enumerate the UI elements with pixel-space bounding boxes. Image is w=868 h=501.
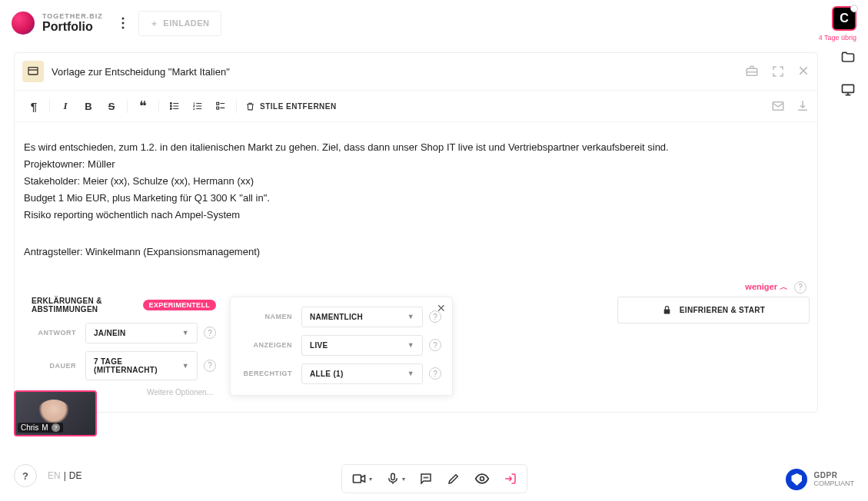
duration-label: DAUER — [32, 362, 85, 370]
more-menu-button[interactable] — [112, 9, 134, 37]
svg-point-7 — [170, 105, 171, 107]
document-content[interactable]: Es wird entschieden, zum 1.2. in den ita… — [15, 122, 817, 277]
chevron-down-icon: ▼ — [182, 329, 189, 337]
close-icon[interactable]: ✕ — [437, 302, 446, 314]
svg-point-0 — [121, 18, 124, 20]
chevron-up-icon: ︿ — [780, 282, 788, 291]
bullet-list-tool[interactable] — [163, 97, 186, 115]
chevron-down-icon: ▼ — [407, 370, 414, 377]
answer-select[interactable]: JA/NEIN ▼ — [85, 323, 198, 343]
duration-select[interactable]: 7 TAGE (MITTERNACHT) ▼ — [85, 351, 198, 380]
monitor-icon[interactable] — [840, 82, 856, 98]
svg-rect-10 — [217, 107, 219, 109]
leave-button[interactable] — [504, 472, 517, 486]
show-value: LIVE — [310, 341, 328, 350]
visibility-button[interactable] — [474, 471, 490, 486]
chat-button[interactable] — [419, 472, 433, 486]
svg-rect-4 — [28, 68, 38, 75]
content-line: Projektowner: Müller — [24, 156, 810, 173]
folder-icon[interactable] — [840, 50, 856, 65]
eligible-label: BERECHTIGT — [241, 370, 301, 377]
freeze-label: EINFRIEREN & START — [680, 306, 765, 314]
section-title: Portfolio — [42, 20, 103, 34]
help-icon[interactable]: ? — [429, 339, 441, 351]
briefcase-icon[interactable] — [745, 65, 759, 78]
trash-icon — [245, 101, 255, 111]
answer-label: ANTWORT — [32, 329, 85, 337]
svg-rect-9 — [217, 102, 219, 105]
content-line: Antragsteller: Winkelmann (Expansionsman… — [24, 244, 810, 260]
bold-tool[interactable]: B — [77, 97, 100, 115]
ordered-list-tool[interactable] — [186, 97, 209, 115]
help-icon[interactable]: ? — [429, 367, 441, 380]
chevron-down-icon: ▾ — [369, 476, 372, 483]
strikethrough-tool[interactable]: S — [100, 97, 123, 115]
info-icon: ? — [52, 423, 60, 432]
plus-icon: ＋ — [150, 18, 159, 29]
lang-de[interactable]: DE — [69, 470, 82, 481]
download-icon[interactable] — [796, 99, 810, 113]
svg-rect-12 — [353, 475, 361, 483]
svg-point-16 — [427, 477, 427, 478]
checklist-tool[interactable] — [209, 97, 232, 115]
help-icon[interactable]: ? — [204, 360, 216, 372]
svg-point-14 — [424, 477, 424, 478]
show-label: ANZEIGEN — [241, 341, 301, 349]
content-line: Es wird entschieden, zum 1.2. in den ita… — [24, 139, 810, 156]
help-icon[interactable]: ? — [794, 281, 806, 294]
close-icon[interactable] — [797, 65, 810, 78]
avatar-letter: C — [840, 12, 849, 25]
chevron-down-icon: ▼ — [182, 362, 189, 370]
remove-styles-button[interactable]: STILE ENTFERNEN — [241, 101, 341, 111]
user-avatar[interactable]: C ? — [832, 6, 856, 31]
gdpr-title: GDPR — [813, 471, 837, 479]
help-icon[interactable]: ? — [204, 327, 216, 339]
paragraph-tool[interactable]: ¶ — [22, 97, 45, 115]
edit-button[interactable] — [447, 472, 461, 486]
invite-label: EINLADEN — [163, 18, 209, 28]
invite-button[interactable]: ＋ EINLADEN — [138, 11, 221, 36]
answer-value: JA/NEIN — [94, 329, 126, 337]
app-logo — [12, 12, 35, 35]
quote-tool[interactable]: ❝ — [131, 97, 155, 115]
participant-name: Chris — [21, 423, 38, 432]
content-line: Risiko reporting wöchentlich nach Ampel-… — [24, 207, 810, 224]
fullscreen-icon[interactable] — [771, 65, 785, 78]
show-select[interactable]: LIVE ▼ — [301, 335, 423, 356]
microphone-button[interactable]: ▾ — [386, 472, 405, 486]
eligible-select[interactable]: ALLE (1) ▼ — [301, 363, 423, 384]
lock-icon — [662, 305, 672, 315]
italic-tool[interactable]: I — [54, 97, 77, 115]
gdpr-badge: GDPR COMPLIANT — [786, 469, 854, 490]
svg-point-8 — [170, 108, 171, 110]
eligible-value: ALLE (1) — [310, 370, 344, 378]
camera-button[interactable]: ▾ — [351, 471, 372, 486]
collapse-voting-link[interactable]: weniger ︿ — [745, 281, 788, 293]
experimental-badge: EXPERIMENTELL — [143, 300, 216, 310]
svg-point-2 — [121, 27, 124, 29]
names-label: NAMEN — [241, 313, 301, 320]
duration-value: 7 TAGE (MITTERNACHT) — [94, 357, 182, 374]
voting-heading: ERKLÄRUNGEN & ABSTIMMUNGEN — [32, 297, 137, 314]
shield-icon — [786, 469, 807, 490]
language-switcher[interactable]: EN|DE — [48, 470, 81, 481]
voting-options-popup: ✕ NAMEN NAMENTLICH ▼ ? ANZEIGEN LIVE ▼ ? — [230, 297, 453, 396]
content-line: Stakeholder: Meier (xx), Schulze (xx), H… — [24, 173, 810, 190]
freeze-start-button[interactable]: EINFRIEREN & START — [617, 297, 810, 323]
participant-initial: M — [42, 423, 48, 432]
svg-point-1 — [121, 22, 124, 25]
svg-point-6 — [170, 103, 171, 105]
card-title[interactable]: Vorlage zur Entscheidung "Markt Italien" — [52, 66, 745, 78]
svg-point-17 — [480, 477, 484, 481]
gdpr-sub: COMPLIANT — [813, 479, 854, 487]
participant-video[interactable]: Chris M ? — [14, 390, 97, 436]
chevron-down-icon: ▼ — [407, 313, 414, 320]
meeting-toolbar: ▾ ▾ — [341, 464, 527, 493]
help-button[interactable]: ? — [14, 464, 37, 487]
template-icon — [22, 61, 44, 82]
trial-remaining: 4 Tage übrig — [819, 34, 856, 41]
mail-icon[interactable] — [771, 99, 785, 113]
names-select[interactable]: NAMENTLICH ▼ — [301, 307, 423, 327]
lang-en[interactable]: EN — [48, 470, 61, 481]
remove-styles-label: STILE ENTFERNEN — [260, 102, 337, 111]
